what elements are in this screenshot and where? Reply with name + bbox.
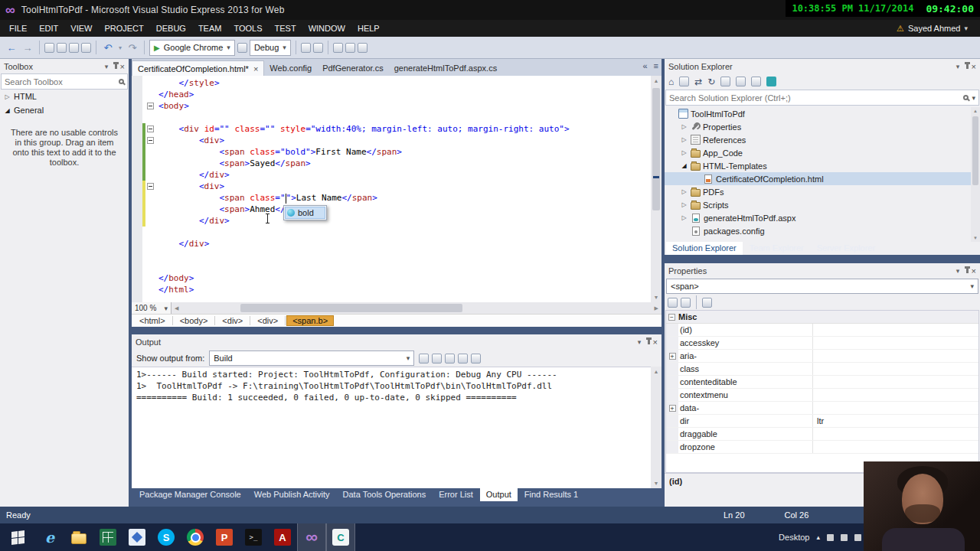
save-icon[interactable] bbox=[69, 43, 79, 53]
solution-tree-scrollbar[interactable]: ▲ ▼ bbox=[971, 107, 980, 242]
scrollbar-thumb[interactable] bbox=[972, 116, 978, 185]
collapse-icon[interactable]: − bbox=[668, 314, 675, 321]
file-explorer-icon[interactable] bbox=[64, 523, 93, 551]
code-line[interactable]: <span class="">Last Name</span> bbox=[142, 192, 651, 204]
solution-search-input[interactable] bbox=[669, 93, 960, 103]
property-row[interactable]: dropzone bbox=[666, 441, 978, 454]
undo-icon[interactable]: ↶ bbox=[101, 41, 115, 54]
find-message-icon[interactable] bbox=[419, 354, 429, 364]
panel-tab-package-manager-console[interactable]: Package Manager Console bbox=[133, 488, 247, 501]
code-line[interactable]: <div id="" class="" style="width:40%; ma… bbox=[142, 123, 651, 135]
scrollbar-thumb[interactable] bbox=[652, 88, 660, 210]
menu-file[interactable]: FILE bbox=[3, 21, 33, 36]
next-message-icon[interactable] bbox=[445, 354, 455, 364]
tree-item[interactable]: ▷App_Code bbox=[665, 146, 971, 159]
property-value[interactable] bbox=[813, 337, 978, 349]
green-app-icon[interactable] bbox=[93, 523, 122, 551]
zoom-select[interactable]: 100 % ▾ bbox=[132, 302, 172, 314]
property-value[interactable] bbox=[813, 441, 978, 453]
property-value[interactable] bbox=[813, 389, 978, 401]
close-icon[interactable]: × bbox=[972, 62, 976, 71]
code-line[interactable] bbox=[142, 112, 651, 123]
expand-icon[interactable]: + bbox=[669, 405, 676, 412]
tree-item[interactable]: ▷References bbox=[665, 133, 971, 146]
collapsed-arrow-icon[interactable]: ▷ bbox=[3, 93, 11, 100]
code-line[interactable]: <div> bbox=[142, 135, 651, 146]
document-tab[interactable]: Web.config bbox=[264, 60, 317, 76]
toolbox-search-input[interactable] bbox=[5, 77, 116, 86]
property-row[interactable]: contenteditable bbox=[666, 376, 978, 389]
word-wrap-icon[interactable] bbox=[471, 354, 481, 364]
document-tab[interactable]: generateHtmlToPdf.aspx.cs bbox=[389, 60, 503, 76]
document-overflow-icon[interactable]: ≡ bbox=[654, 61, 658, 70]
tree-collapsed-arrow-icon[interactable]: ▷ bbox=[680, 149, 688, 156]
menu-view[interactable]: VIEW bbox=[64, 21, 98, 36]
code-line[interactable]: <body> bbox=[142, 100, 651, 112]
undo-dropdown-icon[interactable]: ▾ bbox=[117, 41, 123, 54]
window-position-icon[interactable]: ▾ bbox=[953, 63, 963, 70]
pin-icon[interactable] bbox=[966, 268, 969, 273]
scroll-right-icon[interactable]: ▶ bbox=[655, 305, 658, 311]
code-line[interactable]: </head> bbox=[142, 89, 651, 100]
menu-test[interactable]: TEST bbox=[269, 21, 302, 36]
pending-changes-filter-icon[interactable] bbox=[679, 77, 689, 86]
alphabetical-icon[interactable] bbox=[681, 298, 691, 308]
panel-tab-output[interactable]: Output bbox=[480, 488, 518, 501]
tree-item[interactable]: packages.config bbox=[665, 224, 971, 237]
solution-configuration-select[interactable]: Debug ▾ bbox=[250, 40, 291, 56]
indicator-margin[interactable] bbox=[132, 76, 142, 302]
scroll-down-icon[interactable]: ▼ bbox=[973, 236, 978, 240]
pin-icon[interactable] bbox=[648, 339, 650, 344]
command-prompt-icon[interactable]: >_ bbox=[239, 523, 268, 551]
code-line[interactable]: </div> bbox=[142, 169, 651, 181]
code-line[interactable]: <div> bbox=[142, 181, 651, 192]
pin-icon[interactable] bbox=[115, 64, 117, 69]
panel-tab-find-results-1[interactable]: Find Results 1 bbox=[518, 488, 584, 501]
property-row[interactable]: +aria- bbox=[666, 350, 978, 363]
navigate-back-icon[interactable]: ← bbox=[5, 41, 18, 54]
breadcrumb-item[interactable]: <div> bbox=[216, 315, 249, 326]
property-row[interactable]: accesskey bbox=[666, 337, 978, 350]
tree-collapsed-arrow-icon[interactable]: ▷ bbox=[680, 136, 688, 143]
virtualbox-icon[interactable] bbox=[122, 523, 152, 551]
property-value[interactable]: ltr bbox=[813, 415, 978, 427]
browse-with-icon[interactable] bbox=[237, 43, 247, 53]
tree-collapsed-arrow-icon[interactable]: ▷ bbox=[680, 214, 688, 221]
code-line[interactable] bbox=[142, 261, 651, 272]
property-pages-icon[interactable] bbox=[702, 298, 712, 308]
fold-column[interactable] bbox=[145, 181, 155, 192]
property-value[interactable] bbox=[813, 363, 978, 375]
chrome-icon[interactable] bbox=[181, 523, 210, 551]
tree-expanded-arrow-icon[interactable]: ◢ bbox=[680, 162, 688, 169]
network-icon[interactable] bbox=[827, 534, 834, 541]
scroll-up-icon[interactable]: ▲ bbox=[973, 109, 978, 113]
property-value[interactable] bbox=[813, 428, 978, 440]
tree-item[interactable]: ▷Scripts bbox=[665, 198, 971, 211]
visual-studio-icon[interactable]: ∞ bbox=[297, 523, 326, 551]
property-row[interactable]: +data- bbox=[666, 402, 978, 415]
menu-help[interactable]: HELP bbox=[351, 21, 386, 36]
fold-column[interactable] bbox=[145, 100, 155, 112]
code-line[interactable]: <span class="bold">First Name</span> bbox=[142, 146, 651, 158]
desktop-toolbar-label[interactable]: Desktop bbox=[779, 533, 809, 542]
menu-edit[interactable]: EDIT bbox=[33, 21, 64, 36]
panel-tab-solution-explorer[interactable]: Solution Explorer bbox=[666, 242, 743, 255]
panel-tab-team-explorer[interactable]: Team Explorer bbox=[743, 242, 810, 255]
close-icon[interactable]: × bbox=[653, 337, 658, 347]
breadcrumb-item[interactable]: <body> bbox=[174, 315, 214, 326]
previous-message-icon[interactable] bbox=[432, 354, 442, 364]
expanded-arrow-icon[interactable]: ◢ bbox=[3, 107, 11, 114]
menu-window[interactable]: WINDOW bbox=[302, 21, 351, 36]
solution-explorer-search[interactable]: ▾ bbox=[665, 90, 979, 106]
properties-icon[interactable] bbox=[751, 77, 761, 86]
scroll-down-icon[interactable]: ▼ bbox=[654, 295, 659, 300]
tree-item[interactable]: ToolHtmlToPdf bbox=[665, 107, 971, 120]
code-line[interactable] bbox=[142, 227, 651, 238]
property-category[interactable]: −Misc bbox=[666, 311, 978, 324]
collapse-all-icon[interactable] bbox=[720, 77, 730, 86]
toggle-pinned-icon[interactable]: « bbox=[642, 61, 647, 70]
show-all-files-icon[interactable] bbox=[736, 77, 746, 86]
tree-collapsed-arrow-icon[interactable]: ▷ bbox=[680, 123, 688, 130]
panel-tab-web-publish-activity[interactable]: Web Publish Activity bbox=[248, 488, 336, 501]
property-row[interactable]: contextmenu bbox=[666, 389, 978, 402]
